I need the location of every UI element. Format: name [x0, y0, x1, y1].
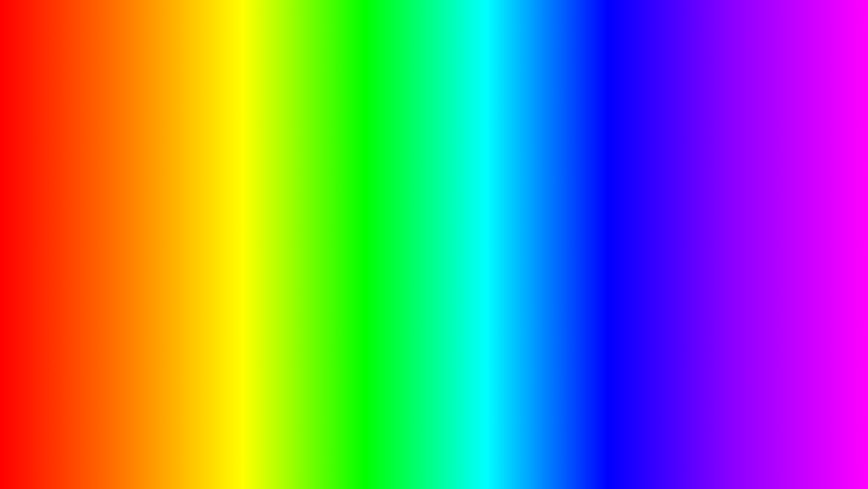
- window-1-title: Goblin Hub: [230, 129, 264, 136]
- svg-rect-20: [778, 459, 782, 463]
- auto-race-checkbox[interactable]: [451, 150, 459, 158]
- sidebar-dot-raid-2: [299, 247, 303, 251]
- window-2-controls: − ×: [523, 170, 542, 178]
- sidebar-dot-welcome: [299, 191, 303, 195]
- sidebar-label-devil: Devil Fruit: [239, 218, 266, 224]
- title-blox: BLOX: [227, 13, 398, 79]
- mastery-menu-label: Mastery Menu: [362, 240, 541, 247]
- pastebin-label: PASTEBIN: [417, 417, 619, 463]
- auto-farm-gun-checkbox[interactable]: [528, 282, 536, 290]
- sidebar-label-sky: Sky: [247, 263, 257, 269]
- auto-race-row[interactable]: Auto Race(V1 - V2 - V3): [294, 146, 464, 162]
- mastery-menu-section: Mastery Menu Click To Box to Start Farm …: [362, 240, 541, 253]
- sidebar-label-race: Race V4: [239, 232, 262, 238]
- auto-farm-gun-row[interactable]: Auto Farm Gun Mastery: [362, 278, 541, 294]
- svg-point-21: [773, 450, 777, 455]
- svg-point-11: [738, 139, 748, 147]
- sidebar-item-raid[interactable]: Raid: [225, 158, 288, 172]
- sidebar-2-general[interactable]: General: [292, 200, 355, 214]
- sidebar-label-general: General: [307, 203, 328, 210]
- sidebar-avatar-sky: 👤: [231, 260, 244, 272]
- auto-farm-bf-checkbox[interactable]: [528, 262, 536, 270]
- sidebar-item-race[interactable]: Race V4: [225, 228, 288, 242]
- script-label: SCRIPT: [257, 417, 405, 463]
- sidebar-label-shop: Shop: [239, 246, 253, 252]
- window-1-sidebar: ESP Raid Local Players World Teleport St…: [225, 141, 288, 279]
- title-fruits: FRUITS: [417, 13, 641, 79]
- sidebar-dot-race: [231, 233, 236, 238]
- auto-farm-label: Auto Farm: [367, 211, 394, 218]
- sidebar-label-raid-2: Raid: [307, 245, 319, 252]
- window-2-close[interactable]: ×: [534, 170, 542, 178]
- sidebar-item-devil[interactable]: Devil Fruit: [225, 214, 288, 228]
- auto-farm-checkbox[interactable]: [528, 210, 536, 218]
- window-2-titlebar: Goblin Hub − ×: [292, 166, 547, 182]
- window-2-body: Welcome General Settings Items Raid: [292, 182, 547, 308]
- goblin-hub-window-2: Goblin Hub − × Welcome General Settings: [292, 166, 548, 309]
- window-1-controls: − ×: [446, 129, 465, 137]
- skull-icon: [766, 444, 789, 467]
- window-2-content: Main Farm Click to Box to Farm, I ready …: [355, 182, 547, 308]
- sidebar-dot-status: [231, 205, 236, 210]
- sidebar-2-welcome[interactable]: Welcome: [292, 186, 355, 200]
- auto-farm-bf-row[interactable]: Auto Farm BF Mastery: [362, 258, 541, 274]
- sidebar-dot-items: [299, 233, 303, 237]
- sidebar-label-welcome: Welcome: [307, 189, 331, 196]
- sidebar-label-local-2: Local Players: [307, 259, 342, 266]
- sidebar-item-status[interactable]: Status Sever: [225, 200, 288, 214]
- window-2-sidebar: Welcome General Settings Items Raid: [292, 182, 355, 308]
- bf-logo-box: BL X FRUITS: [760, 440, 828, 472]
- svg-point-4: [678, 58, 822, 220]
- sidebar-label-settings: Settings: [307, 217, 328, 224]
- sidebar-label-esp: ESP: [239, 148, 251, 155]
- mastery-section-divider: Mastery Menu: [362, 226, 541, 236]
- sidebar-dot-devil: [231, 219, 236, 224]
- sidebar-2-raid[interactable]: Raid: [292, 242, 355, 256]
- auto-farm-bf-label: Auto Farm BF Mastery: [367, 263, 426, 270]
- bf-logo-text-1: BL X: [792, 447, 822, 457]
- window-1-minimize[interactable]: −: [446, 129, 454, 137]
- update-label: UPDATE: [26, 417, 189, 463]
- sidebar-item-shop[interactable]: Shop: [225, 242, 288, 256]
- main-farm-label: Main Farm: [362, 188, 541, 194]
- sidebar-dot-esp: [231, 149, 236, 154]
- auto-farm-gun-label: Auto Farm Gun Mastery: [367, 283, 429, 290]
- sidebar-dot-general: [299, 205, 303, 209]
- sidebar-dot-world: [231, 191, 236, 196]
- auto-farm-row[interactable]: Auto Farm: [362, 206, 541, 222]
- sidebar-2-items[interactable]: Items: [292, 228, 355, 242]
- svg-point-17: [73, 204, 78, 208]
- svg-point-9: [725, 116, 734, 125]
- sidebar-label-local: Local Players: [239, 176, 274, 183]
- sidebar-item-world-teleport[interactable]: World Teleport: [225, 186, 288, 200]
- sidebar-dot-settings: [299, 219, 303, 223]
- sidebar-2-settings[interactable]: Settings: [292, 214, 355, 228]
- svg-point-10: [765, 116, 774, 125]
- background-scene: BLOX FRUITS UPDATE 20 SCRIPT PASTEBIN: [4, 4, 864, 485]
- sidebar-item-sky[interactable]: 👤 Sky: [225, 256, 288, 276]
- sidebar-label-world: World Teleport: [239, 190, 277, 197]
- sidebar-dot-local-2: [299, 260, 303, 265]
- sidebar-dot-local: [231, 177, 236, 182]
- heart-logo: [26, 161, 125, 260]
- bf-logo-area: BL X FRUITS: [760, 440, 828, 472]
- window-1-close[interactable]: ×: [457, 129, 465, 137]
- svg-point-22: [778, 450, 783, 455]
- svg-point-12: [751, 139, 762, 147]
- main-farm-section: Main Farm Click to Box to Farm, I ready …: [362, 188, 541, 201]
- main-farm-sub: Click to Box to Farm, I ready update new…: [362, 195, 541, 201]
- window-2-minimize[interactable]: −: [523, 170, 531, 178]
- window-2-title: Goblin Hub: [298, 170, 332, 178]
- main-title: BLOX FRUITS: [47, 13, 822, 80]
- svg-rect-19: [773, 459, 777, 463]
- sidebar-item-esp[interactable]: ESP: [225, 144, 288, 158]
- sidebar-item-local-players[interactable]: Local Players: [225, 172, 288, 186]
- mastery-menu-sub: Click To Box to Start Farm Mastery: [362, 247, 541, 253]
- sidebar-2-local[interactable]: Local Players: [292, 256, 355, 269]
- update-number: 20: [201, 417, 246, 463]
- bf-logo-text-2: FRUITS: [792, 457, 822, 465]
- sidebar-label-raid: Raid: [239, 162, 252, 169]
- window-1-titlebar: Goblin Hub − ×: [225, 125, 471, 141]
- sidebar-label-items: Items: [307, 231, 321, 238]
- sidebar-label-status: Status Sever: [239, 204, 273, 211]
